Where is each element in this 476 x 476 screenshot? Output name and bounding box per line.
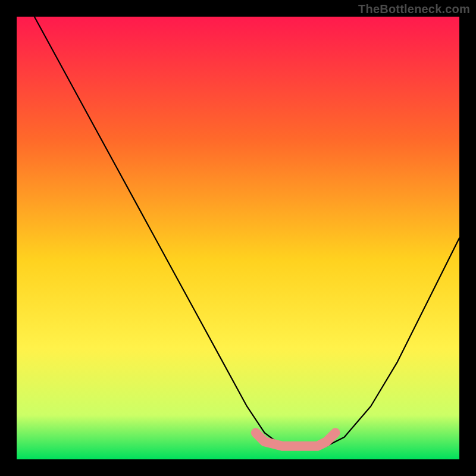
chart-frame: TheBottleneck.com — [0, 0, 476, 476]
gradient-background — [17, 17, 459, 459]
plot-area — [17, 17, 459, 459]
chart-svg — [17, 17, 459, 459]
watermark-text: TheBottleneck.com — [358, 2, 470, 16]
